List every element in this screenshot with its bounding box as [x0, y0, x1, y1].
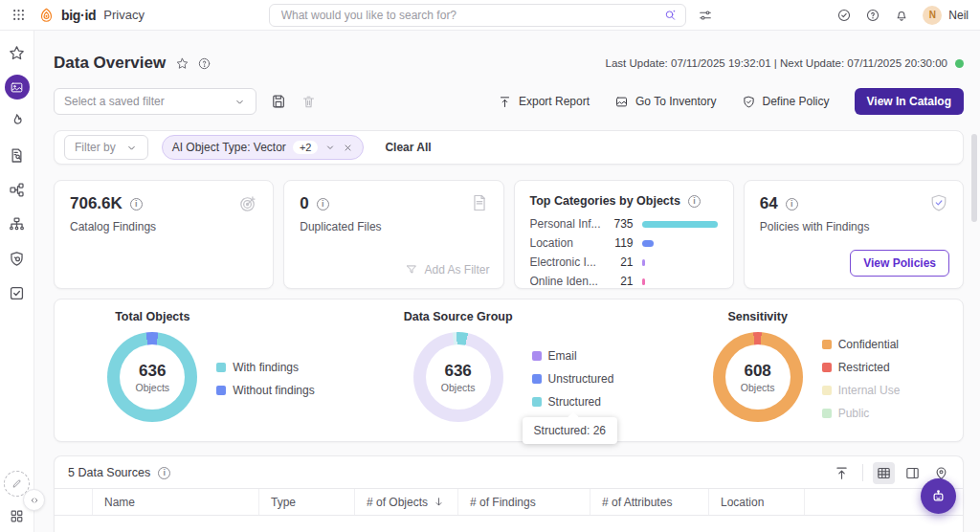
target-icon	[237, 192, 259, 214]
filter-by-dropdown[interactable]: Filter by	[64, 135, 148, 160]
chip-remove-icon[interactable]	[343, 143, 353, 153]
column-header-objects[interactable]: # of Objects	[355, 489, 458, 515]
sidebar-apps-button[interactable]	[9, 508, 25, 524]
category-bar	[642, 240, 655, 247]
category-row[interactable]: Electronic I... 21	[530, 255, 718, 269]
policies-label: Policies with Findings	[760, 220, 947, 233]
add-as-filter-button[interactable]: Add As Filter	[405, 263, 489, 277]
sidebar-item-favorites[interactable]	[8, 44, 26, 62]
info-icon[interactable]: i	[158, 467, 170, 479]
bigid-logo-icon	[37, 6, 56, 24]
delete-filter-button[interactable]	[301, 94, 317, 110]
select-all-column[interactable]	[55, 489, 93, 515]
export-report-button[interactable]: Export Report	[498, 95, 590, 109]
donut-center-value: 636	[444, 362, 471, 381]
favorite-star-icon[interactable]	[175, 56, 189, 71]
dashboard-icon	[10, 80, 24, 95]
data-sources-table: 5 Data Sources i	[54, 455, 964, 532]
info-icon[interactable]: i	[130, 198, 143, 211]
legend-item[interactable]: Restricted	[822, 361, 901, 374]
card-catalog-findings: 706.6K i Catalog Findings	[54, 180, 274, 289]
column-header-name[interactable]: Name	[93, 489, 259, 515]
sidebar-item-policies[interactable]	[8, 250, 26, 268]
define-policy-label: Define Policy	[763, 95, 830, 108]
global-search[interactable]	[269, 4, 686, 27]
save-filter-button[interactable]	[270, 93, 287, 110]
filter-chip-ai-object-type[interactable]: AI Object Type: Vector +2	[162, 135, 365, 160]
sidebar-item-classification[interactable]	[8, 181, 26, 199]
table-export-icon[interactable]	[834, 465, 850, 481]
toolbar-divider	[862, 464, 863, 481]
filter-chip-extra-badge[interactable]: +2	[293, 141, 319, 154]
legend-item[interactable]: Confidential	[822, 338, 901, 351]
view-in-catalog-button[interactable]: View In Catalog	[855, 88, 964, 115]
legend-item[interactable]: Public	[822, 407, 901, 420]
logo-text: big·id	[61, 8, 96, 23]
page-help-icon[interactable]	[197, 56, 212, 71]
column-header-type[interactable]: Type	[259, 489, 355, 515]
assistant-fab[interactable]	[921, 478, 956, 514]
donut-center-value: 636	[139, 362, 166, 381]
notifications-bell-icon[interactable]	[894, 8, 909, 23]
sidebar-nav	[0, 31, 34, 532]
sidebar-item-catalog[interactable]	[8, 146, 26, 165]
sidebar-item-overview[interactable]	[5, 75, 30, 100]
update-status: Last Update: 07/11/2025 19:32:01 | Next …	[606, 57, 964, 69]
clear-all-button[interactable]: Clear All	[385, 141, 431, 154]
go-to-inventory-label: Go To Inventory	[635, 95, 717, 108]
vertical-scrollbar[interactable]	[971, 134, 977, 222]
sensitivity-donut[interactable]: 608 Objects	[713, 332, 803, 422]
ai-search-icon[interactable]	[663, 8, 678, 22]
legend-label: Internal Use	[838, 384, 901, 397]
table-row[interactable]	[55, 515, 963, 532]
column-header-findings[interactable]: # of Findings	[458, 489, 590, 515]
search-input[interactable]	[281, 9, 656, 22]
define-policy-button[interactable]: Define Policy	[742, 95, 830, 109]
chart-title: Sensitivity	[727, 310, 788, 323]
legend-swatch	[216, 386, 226, 395]
category-row[interactable]: Online Iden... 21	[530, 275, 718, 288]
help-icon[interactable]	[865, 8, 880, 23]
tasks-status-icon[interactable]	[836, 8, 852, 23]
user-menu[interactable]: N Neil	[923, 6, 969, 25]
chip-chevron-down-icon[interactable]	[324, 142, 336, 153]
info-icon[interactable]: i	[786, 198, 798, 211]
legend-item[interactable]: Unstructured	[532, 372, 614, 386]
search-settings-icon[interactable]	[698, 8, 713, 23]
sidebar-collapse-toggle[interactable]	[23, 489, 45, 511]
legend-item[interactable]: Structured	[532, 395, 614, 409]
category-value: 21	[605, 275, 634, 288]
legend-item[interactable]: With findings	[216, 361, 314, 374]
legend-swatch	[532, 397, 542, 407]
legend-item[interactable]: Without findings	[216, 384, 314, 397]
column-header-attributes[interactable]: # of Attributes	[590, 489, 709, 515]
split-view-icon[interactable]	[904, 465, 921, 481]
sidebar-item-hotspots[interactable]	[8, 112, 26, 130]
bigid-logo[interactable]: big·id Privacy	[37, 6, 145, 24]
legend-item[interactable]: Email	[532, 349, 614, 363]
view-policies-button[interactable]: View Policies	[850, 250, 949, 277]
info-icon[interactable]: i	[688, 195, 701, 208]
category-row[interactable]: Personal Inf... 735	[530, 217, 718, 231]
column-header-location[interactable]: Location	[709, 489, 805, 515]
funnel-icon	[405, 263, 418, 277]
go-to-inventory-button[interactable]: Go To Inventory	[614, 95, 717, 109]
info-icon[interactable]: i	[317, 198, 329, 211]
sidebar-item-data-sources[interactable]	[8, 215, 26, 233]
saved-filter-select[interactable]: Select a saved filter	[54, 88, 256, 115]
document-icon	[469, 192, 490, 213]
legend-item[interactable]: Internal Use	[822, 384, 901, 397]
sort-desc-icon[interactable]	[433, 496, 445, 508]
waffle-menu-icon[interactable]	[11, 8, 26, 22]
page-actions: Export Report Go To Inventory Define Pol…	[498, 88, 964, 115]
policies-value: 64	[760, 194, 778, 213]
hierarchy-icon	[8, 215, 26, 233]
data-source-group-donut[interactable]: 636 Objects	[413, 332, 503, 422]
category-row[interactable]: Location 119	[530, 236, 718, 250]
legend-label: Unstructured	[548, 372, 614, 386]
grid-view-icon[interactable]	[873, 462, 895, 484]
sidebar-item-tasks[interactable]	[8, 284, 26, 302]
total-objects-donut[interactable]: 636 Objects	[107, 332, 197, 422]
inventory-icon	[614, 95, 629, 109]
top-bar: big·id Privacy N Neil	[0, 0, 980, 31]
